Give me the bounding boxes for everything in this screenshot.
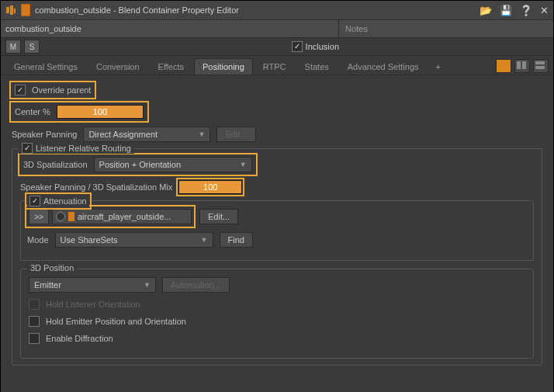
3d-position-value: Emitter (34, 280, 61, 290)
attenuation-name-field[interactable]: aircraft_player_outside... (52, 209, 192, 224)
svg-rect-0 (6, 7, 9, 13)
spatialization-label: 3D Spatialization (23, 160, 88, 169)
tab-positioning[interactable]: Positioning (194, 58, 253, 75)
object-name: combustion_outside (5, 24, 81, 33)
property-editor-window: combustion_outside - Blend Container Pro… (0, 0, 554, 392)
center-pct-field[interactable]: 100 (57, 105, 144, 119)
svg-rect-3 (517, 61, 521, 69)
attenuation-pin-icon (68, 212, 74, 221)
svg-rect-1 (10, 5, 13, 15)
hold-emitter-label: Hold Emitter Position and Orientation (46, 317, 186, 326)
tab-add[interactable]: + (429, 58, 448, 75)
titlebar: combustion_outside - Blend Container Pro… (1, 1, 553, 20)
override-parent-checkbox[interactable] (15, 85, 26, 95)
attenuation-mode-row: Mode Use ShareSets ▼ Find (27, 232, 527, 248)
attenuation-mode-dropdown[interactable]: Use ShareSets ▼ (55, 232, 213, 248)
chevron-down-icon: ▼ (240, 161, 247, 168)
object-bar: combustion_outside Notes (1, 20, 553, 38)
center-pct-label: Center % (15, 107, 50, 116)
center-pct-value: 100 (57, 106, 143, 118)
attenuation-mode-value: Use ShareSets (61, 235, 118, 245)
hold-listener-row: Hold Listener Orientation (29, 299, 525, 310)
spatialization-mix-label: Speaker Panning / 3D Spatialization Mix (20, 182, 172, 192)
attenuation-name: aircraft_player_outside... (78, 212, 171, 221)
speaker-panning-dropdown[interactable]: Direct Assignment ▼ (83, 127, 210, 142)
hold-listener-checkbox (29, 299, 40, 310)
svg-rect-6 (535, 66, 545, 69)
spatialization-mix-field[interactable]: 100 (178, 180, 242, 194)
listener-relative-label: Listener Relative Routing (36, 144, 131, 153)
app-icon (5, 5, 16, 16)
enable-diffraction-label: Enable Diffraction (46, 334, 113, 343)
spatialization-dropdown[interactable]: Position + Orientation ▼ (94, 157, 252, 172)
attenuation-panel: Attenuation >> aircraft_player_outside..… (20, 200, 534, 261)
speaker-panning-label: Speaker Panning (12, 130, 77, 139)
tab-bar: General Settings Conversion Effects Posi… (1, 56, 553, 75)
speaker-panning-value: Direct Assignment (88, 130, 158, 139)
tab-effects[interactable]: Effects (150, 58, 192, 75)
spatialization-row: 3D Spatialization Position + Orientation… (20, 155, 255, 174)
attenuation-mode-label: Mode (27, 235, 49, 245)
notes-pane-header: Notes (338, 20, 553, 37)
attenuation-type-icon (56, 212, 65, 221)
attenuation-find-button[interactable]: Find (220, 232, 253, 248)
3d-position-dropdown[interactable]: Emitter ▼ (29, 277, 156, 293)
tab-general-settings[interactable]: General Settings (5, 58, 86, 75)
help-icon[interactable]: ❔ (520, 5, 532, 16)
speaker-panning-edit-button: Edit... (216, 127, 255, 142)
override-parent-row[interactable]: Override parent (12, 83, 94, 97)
center-pct-row: Center % 100 (12, 103, 147, 120)
mute-button[interactable]: M (5, 40, 21, 54)
override-parent-label: Override parent (32, 85, 91, 95)
listener-relative-checkbox[interactable] (22, 143, 33, 154)
view-mode-2[interactable] (514, 59, 530, 73)
3d-position-panel: 3D Position Emitter ▼ Automation... Hold… (20, 269, 534, 359)
svg-rect-5 (535, 61, 545, 64)
svg-rect-4 (522, 61, 526, 69)
titlebar-actions: 📂 💾 ❔ ✕ (480, 5, 549, 16)
inclusion-toggle[interactable]: Inclusion (292, 41, 339, 52)
tab-states[interactable]: States (296, 58, 338, 75)
chevron-down-icon: ▼ (144, 281, 151, 289)
pin-icon[interactable] (21, 4, 30, 16)
view-mode-3[interactable] (533, 59, 549, 73)
inclusion-checkbox[interactable] (292, 41, 303, 52)
attenuation-checkbox[interactable] (29, 196, 40, 206)
tab-advanced-settings[interactable]: Advanced Settings (339, 58, 428, 75)
spatialization-mix-value: 100 (179, 181, 241, 193)
spatialization-value: Position + Orientation (99, 160, 181, 169)
save-icon[interactable]: 💾 (500, 5, 512, 16)
automation-button: Automation... (162, 277, 230, 293)
inclusion-label: Inclusion (306, 42, 339, 51)
attenuation-nav-button[interactable]: >> (29, 209, 49, 224)
tab-conversion[interactable]: Conversion (88, 58, 148, 75)
attenuation-reference: >> aircraft_player_outside... (27, 207, 193, 226)
hold-emitter-checkbox[interactable] (29, 316, 40, 327)
solo-button[interactable]: S (24, 40, 40, 54)
notes-label: Notes (345, 24, 368, 33)
speaker-panning-row: Speaker Panning Direct Assignment ▼ Edit… (12, 127, 542, 142)
enable-diffraction-row[interactable]: Enable Diffraction (29, 333, 525, 344)
view-mode-1[interactable] (496, 59, 511, 73)
hold-emitter-row[interactable]: Hold Emitter Position and Orientation (29, 316, 525, 327)
attenuation-label: Attenuation (43, 196, 87, 206)
tab-rtpc[interactable]: RTPC (254, 58, 295, 75)
spatialization-mix-row: Speaker Panning / 3D Spatialization Mix … (20, 180, 534, 194)
enable-diffraction-checkbox[interactable] (29, 333, 40, 344)
listener-relative-panel: Listener Relative Routing 3D Spatializat… (12, 148, 542, 366)
close-icon[interactable]: ✕ (540, 5, 549, 16)
positioning-content: Override parent Center % 100 Speaker Pan… (1, 75, 553, 392)
3d-position-source-row: Emitter ▼ Automation... (29, 277, 525, 293)
window-title: combustion_outside - Blend Container Pro… (35, 5, 475, 15)
open-icon[interactable]: 📂 (480, 5, 492, 16)
chevron-down-icon: ▼ (201, 236, 208, 244)
attenuation-ref-row: >> aircraft_player_outside... Edit... (27, 207, 527, 226)
ms-bar: M S Inclusion (1, 38, 553, 56)
svg-rect-2 (14, 9, 16, 13)
attenuation-edit-button[interactable]: Edit... (199, 209, 238, 224)
3d-position-title: 3D Position (27, 263, 77, 272)
hold-listener-label: Hold Listener Orientation (46, 300, 140, 309)
chevron-down-icon: ▼ (198, 130, 205, 138)
